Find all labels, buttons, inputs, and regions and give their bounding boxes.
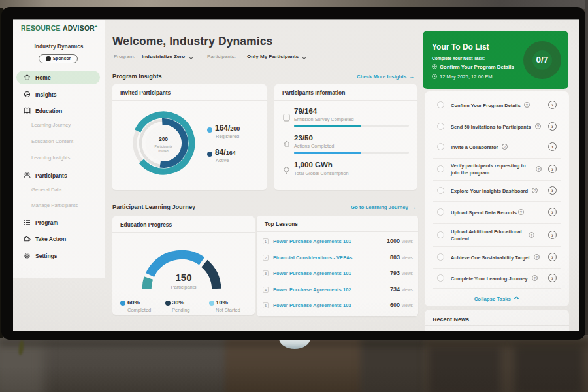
- svg-text:200: 200: [159, 136, 168, 142]
- svg-text:Invited: Invited: [158, 149, 168, 153]
- svg-text:Participants: Participants: [154, 144, 172, 148]
